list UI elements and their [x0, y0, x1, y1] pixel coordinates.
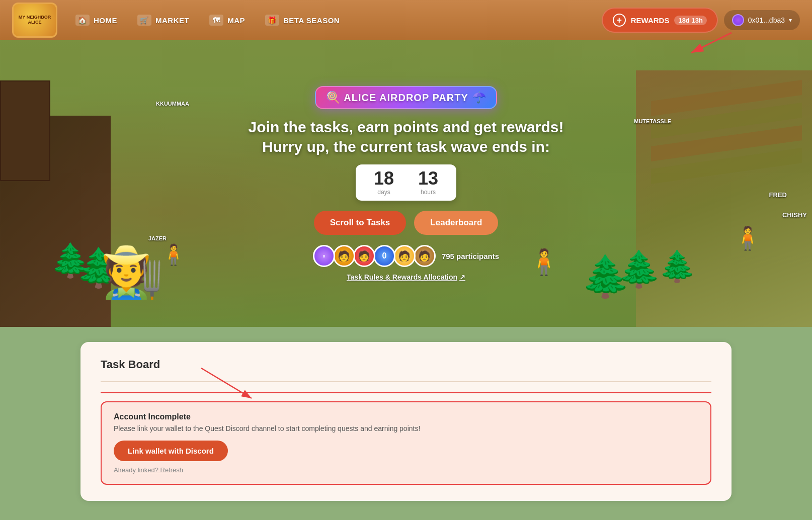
alert-top-border [101, 392, 711, 393]
beta-season-icon: 🎁 [265, 15, 279, 26]
nav-home[interactable]: 🏠 HOME [67, 11, 125, 30]
countdown-hours: 13 hours [410, 169, 446, 196]
airdrop-badge: 🍭 ALICE AIRDROP PARTY ☂️ [315, 86, 497, 109]
account-incomplete-alert: Account Incomplete Please link your wall… [101, 401, 711, 485]
candy-icon: 🍭 [326, 91, 340, 104]
wallet-button[interactable]: 0x01...dba3 ▾ [724, 10, 800, 30]
already-linked-text: Already linked? Refresh [114, 466, 698, 474]
nav-beta-season[interactable]: 🎁 BETA SEASON [257, 11, 348, 30]
rewards-button[interactable]: + REWARDS 18d 13h [602, 8, 718, 33]
home-icon: 🏠 [75, 15, 90, 26]
market-icon: 🛒 [137, 15, 151, 26]
nav-map[interactable]: 🗺 MAP [201, 11, 253, 30]
countdown-separator [404, 169, 408, 196]
participant-avatar-4: 0 [373, 245, 395, 267]
hero-action-buttons: Scroll to Tasks Leaderboard [314, 211, 499, 235]
participant-avatar-2: 🧑 [333, 245, 355, 267]
chevron-down-icon: ▾ [789, 17, 792, 24]
wallet-address: 0x01...dba3 [748, 16, 785, 24]
participant-avatar-5: 🧑 [393, 245, 416, 267]
navigation: MY NEIGHBORALICE 🏠 HOME 🛒 MARKET 🗺 MAP 🎁… [0, 0, 812, 40]
alert-title: Account Incomplete [114, 412, 698, 421]
svg-line-3 [201, 368, 252, 398]
rewards-plus-icon: + [613, 14, 626, 27]
task-board-card: Task Board Account Incomplete Please lin… [80, 342, 732, 501]
hero-section: 🌲 🌲 🌲 🌲 🌲 🧍 🧍 🧍 JAZER KKUUMMAA MUTETASSL… [0, 40, 812, 327]
external-link-icon: ↗ [459, 273, 465, 281]
nav-market[interactable]: 🛒 MARKET [129, 11, 197, 30]
participant-avatar-6: 🧑 [414, 245, 436, 267]
participants-count: 795 participants [442, 252, 499, 261]
hero-content: 🍭 ALICE AIRDROP PARTY ☂️ Join the tasks,… [0, 40, 812, 327]
participants-row: 0 🧑 🧑 0 🧑 🧑 795 participants [313, 245, 499, 267]
event-label: ALICE AIRDROP PARTY [344, 92, 468, 104]
rewards-timer: 18d 13h [674, 16, 706, 25]
task-rules-link[interactable]: Task Rules & Rewards Allocation ↗ [347, 273, 465, 281]
nav-menu: 🏠 HOME 🛒 MARKET 🗺 MAP 🎁 BETA SEASON [67, 11, 602, 30]
countdown-timer: 18 days 13 hours [356, 164, 456, 201]
bottom-section: Task Board Account Incomplete Please lin… [0, 327, 812, 520]
task-board-divider [101, 381, 711, 382]
link-discord-button[interactable]: Link wallet with Discord [114, 441, 228, 461]
task-board-title: Task Board [101, 358, 711, 371]
alert-description: Please link your wallet to the Quest Dis… [114, 424, 698, 432]
leaderboard-button[interactable]: Leaderboard [414, 211, 498, 235]
umbrella-icon: ☂️ [472, 91, 486, 104]
logo[interactable]: MY NEIGHBORALICE [12, 3, 57, 38]
hero-title: Join the tasks, earn points and get rewa… [249, 117, 564, 156]
countdown-days: 18 days [366, 169, 402, 196]
wallet-avatar [732, 14, 744, 26]
participant-avatar-1: 0 [313, 245, 335, 267]
scroll-to-tasks-button[interactable]: Scroll to Tasks [314, 211, 407, 235]
participant-avatar-3: 🧑 [353, 245, 375, 267]
map-icon: 🗺 [209, 15, 223, 26]
